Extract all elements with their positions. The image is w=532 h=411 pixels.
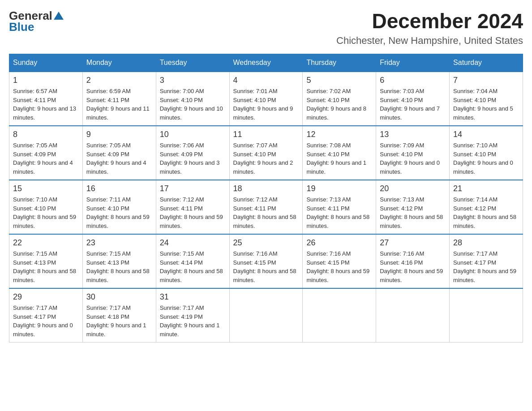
- day-number: 28: [453, 238, 519, 248]
- calendar-day-cell: 4Sunrise: 7:01 AMSunset: 4:10 PMDaylight…: [229, 72, 303, 126]
- day-number: 10: [160, 130, 226, 139]
- calendar-day-cell: 5Sunrise: 7:02 AMSunset: 4:10 PMDaylight…: [303, 72, 376, 126]
- day-info: Sunrise: 7:16 AMSunset: 4:16 PMDaylight:…: [380, 249, 446, 284]
- day-info: Sunrise: 7:05 AMSunset: 4:09 PMDaylight:…: [13, 141, 79, 176]
- day-info: Sunrise: 7:15 AMSunset: 4:14 PMDaylight:…: [160, 249, 226, 284]
- day-number: 20: [380, 184, 446, 193]
- header-friday: Friday: [376, 54, 450, 72]
- calendar-day-cell: 29Sunrise: 7:17 AMSunset: 4:17 PMDayligh…: [9, 288, 83, 342]
- calendar-week-row: 29Sunrise: 7:17 AMSunset: 4:17 PMDayligh…: [9, 288, 523, 342]
- calendar-day-cell: 18Sunrise: 7:12 AMSunset: 4:11 PMDayligh…: [229, 180, 303, 234]
- logo-blue: Blue: [9, 20, 34, 34]
- day-number: 30: [86, 292, 152, 302]
- day-info: Sunrise: 7:08 AMSunset: 4:10 PMDaylight:…: [306, 141, 372, 176]
- calendar-day-cell: 3Sunrise: 7:00 AMSunset: 4:10 PMDaylight…: [156, 72, 229, 126]
- day-info: Sunrise: 6:57 AMSunset: 4:11 PMDaylight:…: [13, 87, 79, 122]
- day-number: 24: [160, 238, 226, 248]
- page-header: General Blue December 2024 Chichester, N…: [9, 9, 523, 47]
- location-subtitle: Chichester, New Hampshire, United States: [336, 35, 523, 47]
- month-year-title: December 2024: [336, 9, 523, 33]
- calendar-day-cell: 9Sunrise: 7:05 AMSunset: 4:09 PMDaylight…: [82, 126, 156, 180]
- day-number: 27: [380, 238, 446, 248]
- day-number: 18: [233, 184, 299, 193]
- day-info: Sunrise: 7:03 AMSunset: 4:10 PMDaylight:…: [380, 87, 446, 122]
- calendar-day-cell: 12Sunrise: 7:08 AMSunset: 4:10 PMDayligh…: [303, 126, 376, 180]
- day-number: 17: [160, 184, 226, 193]
- day-info: Sunrise: 7:12 AMSunset: 4:11 PMDaylight:…: [233, 195, 299, 230]
- calendar-day-cell: 17Sunrise: 7:12 AMSunset: 4:11 PMDayligh…: [156, 180, 229, 234]
- day-number: 15: [13, 184, 79, 193]
- title-area: December 2024 Chichester, New Hampshire,…: [336, 9, 523, 47]
- day-number: 22: [13, 238, 79, 248]
- calendar-day-cell: 21Sunrise: 7:14 AMSunset: 4:12 PMDayligh…: [450, 180, 523, 234]
- day-info: Sunrise: 7:02 AMSunset: 4:10 PMDaylight:…: [306, 87, 372, 122]
- calendar-day-cell: 10Sunrise: 7:06 AMSunset: 4:09 PMDayligh…: [156, 126, 229, 180]
- day-number: 19: [306, 184, 372, 193]
- header-saturday: Saturday: [450, 54, 523, 72]
- calendar-day-cell: [376, 288, 450, 342]
- svg-marker-0: [54, 12, 64, 20]
- day-info: Sunrise: 7:14 AMSunset: 4:12 PMDaylight:…: [453, 195, 519, 230]
- day-info: Sunrise: 7:15 AMSunset: 4:13 PMDaylight:…: [86, 249, 152, 284]
- calendar-day-cell: 8Sunrise: 7:05 AMSunset: 4:09 PMDaylight…: [9, 126, 83, 180]
- day-number: 31: [160, 292, 226, 302]
- day-info: Sunrise: 7:09 AMSunset: 4:10 PMDaylight:…: [380, 141, 446, 176]
- calendar-week-row: 15Sunrise: 7:10 AMSunset: 4:10 PMDayligh…: [9, 180, 523, 234]
- calendar-day-cell: 22Sunrise: 7:15 AMSunset: 4:13 PMDayligh…: [9, 234, 83, 288]
- day-info: Sunrise: 7:10 AMSunset: 4:10 PMDaylight:…: [13, 195, 79, 230]
- day-info: Sunrise: 7:17 AMSunset: 4:17 PMDaylight:…: [453, 249, 519, 284]
- calendar-table: Sunday Monday Tuesday Wednesday Thursday…: [9, 54, 523, 342]
- day-info: Sunrise: 7:15 AMSunset: 4:13 PMDaylight:…: [13, 249, 79, 284]
- calendar-day-cell: 26Sunrise: 7:16 AMSunset: 4:15 PMDayligh…: [303, 234, 376, 288]
- calendar-day-cell: 11Sunrise: 7:07 AMSunset: 4:10 PMDayligh…: [229, 126, 303, 180]
- calendar-day-cell: 31Sunrise: 7:17 AMSunset: 4:19 PMDayligh…: [156, 288, 229, 342]
- day-number: 26: [306, 238, 372, 248]
- day-info: Sunrise: 7:01 AMSunset: 4:10 PMDaylight:…: [233, 87, 299, 122]
- calendar-day-cell: 24Sunrise: 7:15 AMSunset: 4:14 PMDayligh…: [156, 234, 229, 288]
- calendar-day-cell: 25Sunrise: 7:16 AMSunset: 4:15 PMDayligh…: [229, 234, 303, 288]
- day-number: 9: [86, 130, 152, 139]
- logo: General Blue: [9, 9, 64, 34]
- day-number: 12: [306, 130, 372, 139]
- day-number: 21: [453, 184, 519, 193]
- calendar-day-cell: 1Sunrise: 6:57 AMSunset: 4:11 PMDaylight…: [9, 72, 83, 126]
- calendar-week-row: 22Sunrise: 7:15 AMSunset: 4:13 PMDayligh…: [9, 234, 523, 288]
- calendar-day-cell: 7Sunrise: 7:04 AMSunset: 4:10 PMDaylight…: [450, 72, 523, 126]
- calendar-day-cell: 6Sunrise: 7:03 AMSunset: 4:10 PMDaylight…: [376, 72, 450, 126]
- day-number: 16: [86, 184, 152, 193]
- day-info: Sunrise: 7:00 AMSunset: 4:10 PMDaylight:…: [160, 87, 226, 122]
- calendar-day-cell: 2Sunrise: 6:59 AMSunset: 4:11 PMDaylight…: [82, 72, 156, 126]
- calendar-day-cell: [450, 288, 523, 342]
- day-info: Sunrise: 7:10 AMSunset: 4:10 PMDaylight:…: [453, 141, 519, 176]
- day-info: Sunrise: 7:06 AMSunset: 4:09 PMDaylight:…: [160, 141, 226, 176]
- day-number: 25: [233, 238, 299, 248]
- day-number: 5: [306, 76, 372, 85]
- calendar-week-row: 8Sunrise: 7:05 AMSunset: 4:09 PMDaylight…: [9, 126, 523, 180]
- day-info: Sunrise: 7:07 AMSunset: 4:10 PMDaylight:…: [233, 141, 299, 176]
- calendar-day-cell: 14Sunrise: 7:10 AMSunset: 4:10 PMDayligh…: [450, 126, 523, 180]
- day-info: Sunrise: 7:05 AMSunset: 4:09 PMDaylight:…: [86, 141, 152, 176]
- day-info: Sunrise: 7:11 AMSunset: 4:10 PMDaylight:…: [86, 195, 152, 230]
- calendar-day-cell: 15Sunrise: 7:10 AMSunset: 4:10 PMDayligh…: [9, 180, 83, 234]
- calendar-day-cell: [303, 288, 376, 342]
- calendar-day-cell: 30Sunrise: 7:17 AMSunset: 4:18 PMDayligh…: [82, 288, 156, 342]
- header-tuesday: Tuesday: [156, 54, 229, 72]
- day-number: 7: [453, 76, 519, 85]
- day-number: 1: [13, 76, 79, 85]
- logo-icon: [54, 11, 64, 21]
- calendar-day-cell: 16Sunrise: 7:11 AMSunset: 4:10 PMDayligh…: [82, 180, 156, 234]
- day-number: 14: [453, 130, 519, 139]
- calendar-day-cell: 28Sunrise: 7:17 AMSunset: 4:17 PMDayligh…: [450, 234, 523, 288]
- header-thursday: Thursday: [303, 54, 376, 72]
- day-info: Sunrise: 7:04 AMSunset: 4:10 PMDaylight:…: [453, 87, 519, 122]
- weekday-header-row: Sunday Monday Tuesday Wednesday Thursday…: [9, 54, 523, 72]
- calendar-day-cell: 27Sunrise: 7:16 AMSunset: 4:16 PMDayligh…: [376, 234, 450, 288]
- day-info: Sunrise: 7:17 AMSunset: 4:17 PMDaylight:…: [13, 304, 79, 338]
- header-monday: Monday: [82, 54, 156, 72]
- day-info: Sunrise: 7:12 AMSunset: 4:11 PMDaylight:…: [160, 195, 226, 230]
- calendar-day-cell: 20Sunrise: 7:13 AMSunset: 4:12 PMDayligh…: [376, 180, 450, 234]
- day-number: 29: [13, 292, 79, 302]
- day-number: 6: [380, 76, 446, 85]
- day-number: 8: [13, 130, 79, 139]
- calendar-day-cell: 13Sunrise: 7:09 AMSunset: 4:10 PMDayligh…: [376, 126, 450, 180]
